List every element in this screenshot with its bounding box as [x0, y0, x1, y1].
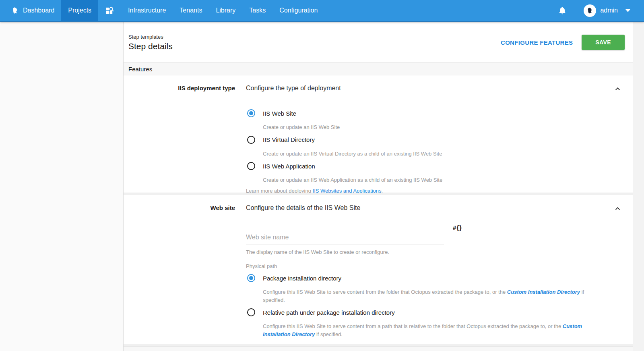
- user-avatar[interactable]: [584, 4, 596, 17]
- nav-item-dashboard[interactable]: Dashboard: [0, 0, 61, 21]
- learn-more-text: Learn more about deploying IIS Websites …: [246, 188, 633, 193]
- nav-item-tasks[interactable]: Tasks: [242, 0, 272, 21]
- radio-description: Create or update an IIS Virtual Director…: [263, 150, 633, 158]
- radio-iis-virtual-directory[interactable]: IIS Virtual Directory: [246, 135, 633, 145]
- radio-label: IIS Web Site: [263, 110, 296, 117]
- chevron-up-icon: [614, 206, 621, 212]
- radio-label: Package installation directory: [263, 275, 341, 282]
- section-web-site: Web site Configure the details of the II…: [124, 195, 633, 344]
- custom-installation-directory-link[interactable]: Custom Installation Directory: [507, 289, 580, 295]
- page-title: Step details: [128, 42, 173, 51]
- radio-label: IIS Web Application: [263, 163, 315, 170]
- radio-iis-web-site[interactable]: IIS Web Site: [246, 108, 633, 118]
- nav-item-configuration[interactable]: Configuration: [272, 0, 324, 21]
- description-text: Configure this IIS Web Site to serve con…: [263, 289, 507, 295]
- web-site-name-field: #{}: [246, 224, 444, 245]
- collapse-section-button[interactable]: [613, 205, 622, 214]
- description-text: Configure this IIS Web Site to serve con…: [263, 323, 563, 329]
- left-sidebar: [0, 22, 124, 351]
- radio-relative-path[interactable]: Relative path under package installation…: [246, 307, 633, 317]
- octopus-logo-icon: [11, 6, 19, 15]
- section-label: Web site: [124, 204, 246, 212]
- radio-description: Create or update an IIS Web Site: [263, 123, 633, 131]
- radio-button[interactable]: [247, 162, 255, 170]
- nav-item-label: Tenants: [180, 7, 202, 14]
- content-header: Step templates Step details CONFIGURE FE…: [124, 22, 633, 62]
- breadcrumb: Step templates: [128, 34, 173, 40]
- radio-button-selected[interactable]: [247, 109, 255, 117]
- navbar-right: admin: [558, 0, 644, 21]
- nav-item-label: Dashboard: [23, 7, 54, 14]
- page-body: Step templates Step details CONFIGURE FE…: [0, 22, 644, 351]
- chevron-up-icon: [614, 86, 621, 92]
- nav-item-infrastructure[interactable]: Infrastructure: [121, 0, 173, 21]
- right-page-margin: [633, 22, 644, 351]
- deployment-type-radio-group: IIS Web Site Create or update an IIS Web…: [246, 108, 633, 184]
- web-site-name-input[interactable]: [246, 224, 444, 245]
- nav-item-label: Library: [216, 7, 235, 14]
- next-section-partial: [124, 346, 633, 351]
- notifications-bell-icon[interactable]: [558, 6, 567, 15]
- radio-description: Configure this IIS Web Site to serve con…: [263, 288, 597, 304]
- nav-item-library[interactable]: Library: [209, 0, 242, 21]
- nav-item-projects[interactable]: Projects: [61, 0, 98, 21]
- radio-iis-web-application[interactable]: IIS Web Application: [246, 161, 633, 171]
- section-iis-deployment-type: IIS deployment type Configure the type o…: [124, 75, 633, 193]
- nav-item-project-switcher[interactable]: [98, 0, 121, 21]
- radio-package-installation-directory[interactable]: Package installation directory: [246, 273, 633, 283]
- radio-description: Configure this IIS Web Site to serve con…: [263, 322, 597, 338]
- nav-item-tenants[interactable]: Tenants: [173, 0, 209, 21]
- configure-features-button[interactable]: CONFIGURE FEATURES: [496, 35, 578, 50]
- main-content: Step templates Step details CONFIGURE FE…: [124, 22, 633, 351]
- save-button[interactable]: SAVE: [582, 35, 625, 50]
- insert-variable-button[interactable]: #{}: [453, 224, 462, 231]
- section-title: Configure the details of the IIS Web Sit…: [246, 204, 633, 212]
- app-root: Dashboard Projects Infrastructure Tenant…: [0, 0, 644, 351]
- radio-description: Create or update an IIS Web Application …: [263, 176, 633, 184]
- header-actions: CONFIGURE FEATURES SAVE: [496, 35, 625, 50]
- description-text: if specified.: [315, 331, 343, 337]
- grid-search-icon: [105, 6, 114, 15]
- nav-item-label: Tasks: [249, 7, 266, 14]
- features-section-bar: Features: [124, 62, 633, 75]
- collapse-section-button[interactable]: [613, 85, 622, 94]
- radio-button-selected[interactable]: [247, 274, 255, 282]
- radio-label: IIS Virtual Directory: [263, 136, 315, 143]
- username-label: admin: [600, 7, 618, 14]
- section-label: IIS deployment type: [124, 84, 246, 92]
- nav-item-label: Configuration: [279, 7, 318, 14]
- radio-button[interactable]: [247, 308, 255, 316]
- radio-button[interactable]: [247, 136, 255, 144]
- nav-item-label: Infrastructure: [128, 7, 166, 14]
- learn-more-suffix: .: [382, 188, 383, 193]
- section-body: Configure the type of deployment IIS Web…: [246, 84, 633, 193]
- top-navbar: Dashboard Projects Infrastructure Tenant…: [0, 0, 644, 22]
- section-title: Configure the type of deployment: [246, 84, 633, 92]
- iis-websites-and-applications-link[interactable]: IIS Websites and Applications: [313, 188, 382, 193]
- physical-path-radio-group: Package installation directory Configure…: [246, 273, 633, 338]
- title-block: Step templates Step details: [128, 34, 173, 51]
- user-menu-caret-icon[interactable]: [625, 9, 630, 12]
- section-body: Configure the details of the IIS Web Sit…: [246, 204, 633, 342]
- learn-more-prefix: Learn more about deploying: [246, 188, 313, 193]
- nav-item-label: Projects: [68, 7, 91, 14]
- radio-label: Relative path under package installation…: [263, 309, 395, 316]
- features-section-title: Features: [128, 66, 152, 73]
- physical-path-group-label: Physical path: [246, 263, 633, 269]
- field-help-text: The display name of the IIS Web Site to …: [246, 249, 633, 255]
